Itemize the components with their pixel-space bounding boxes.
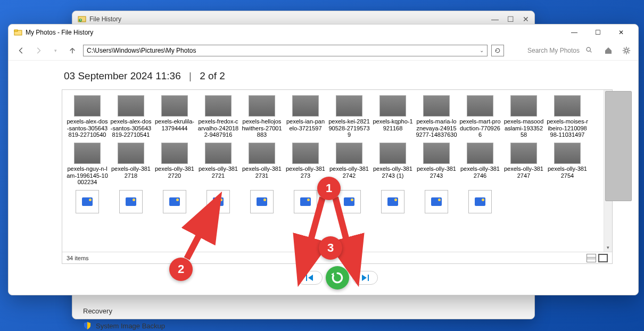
titlebar: My Photos - File History — ☐ ✕	[9, 24, 638, 40]
window-title: My Photos - File History	[26, 29, 93, 36]
annotation-marker-1: 1	[317, 177, 341, 200]
file-thumbnail	[336, 143, 362, 164]
settings-button[interactable]	[621, 45, 632, 56]
file-item[interactable]: pexels-ekrulila-13794444	[153, 94, 196, 139]
restore-icon	[331, 271, 344, 285]
file-item[interactable]	[240, 189, 284, 216]
file-item[interactable]: pexels-moises-ribeiro-121009898-11031497	[546, 94, 589, 139]
file-thumbnail	[249, 143, 275, 164]
file-item[interactable]	[153, 189, 196, 216]
previous-version-button[interactable]	[297, 271, 323, 285]
forward-button[interactable]	[32, 44, 45, 57]
file-label: pexels-olly-3812747	[503, 166, 544, 179]
parent-minimize-button[interactable]: —	[491, 15, 499, 23]
file-label: pexels-alex-dos-santos-305643819-2271054…	[110, 118, 152, 138]
view-thumbnails-button[interactable]	[598, 254, 608, 262]
maximize-button[interactable]: ☐	[586, 25, 609, 40]
system-image-label: System Image Backup	[96, 322, 165, 330]
file-thumbnail	[510, 143, 537, 164]
file-item[interactable]: pexels-alex-dos-santos-305643819-2271054…	[65, 94, 109, 139]
next-version-button[interactable]	[352, 271, 378, 285]
file-item[interactable]: pexels-hellojoshwithers-27001883	[240, 94, 284, 139]
file-item[interactable]	[65, 189, 109, 216]
file-item[interactable]: pexels-olly-3812746	[458, 142, 502, 187]
parent-maximize-button[interactable]: ☐	[507, 15, 514, 23]
file-item[interactable]	[109, 189, 153, 216]
restore-button[interactable]	[326, 266, 349, 289]
address-bar[interactable]: C:\Users\Windows\Pictures\My Photos ⌄	[83, 45, 488, 56]
file-item[interactable]: pexels-kei-282190528-27195739	[327, 94, 371, 139]
file-thumbnail	[554, 95, 581, 117]
file-item[interactable]: pexels-olly-3812743	[415, 142, 458, 187]
address-dropdown-icon[interactable]: ⌄	[480, 47, 484, 53]
file-item[interactable]: pexels-alex-dos-santos-305643819-2271054…	[109, 94, 153, 139]
image-file-icon	[250, 190, 274, 213]
file-scroll-area[interactable]: pexels-alex-dos-santos-305643819-2271054…	[62, 90, 612, 252]
file-item[interactable]: pexels-ian-panelo-3721597	[284, 94, 327, 139]
file-thumbnail	[292, 95, 319, 117]
skip-next-icon	[361, 274, 369, 282]
svg-rect-7	[368, 275, 369, 281]
file-item[interactable]: pexels-nguy-n-lam-1996145-10002234	[65, 142, 109, 187]
recent-dropdown[interactable]: ▾	[49, 44, 62, 57]
toolbar: ▾ C:\Users\Windows\Pictures\My Photos ⌄ …	[9, 40, 638, 61]
file-item[interactable]	[415, 189, 458, 216]
file-thumbnail	[74, 95, 101, 117]
file-item[interactable]: pexels-olly-3812721	[196, 142, 240, 187]
image-file-icon	[468, 190, 492, 213]
file-label: pexels-alex-dos-santos-305643819-2271054…	[67, 118, 108, 138]
image-file-icon	[119, 190, 143, 213]
file-item[interactable]: pexels-maria-loznevaya-249159277-1483763…	[415, 94, 458, 139]
gear-icon	[622, 46, 631, 55]
close-button[interactable]: ✕	[609, 25, 633, 40]
file-item[interactable]: pexels-olly-3812718	[109, 142, 153, 187]
file-thumbnail	[118, 143, 144, 164]
file-history-browser-window: My Photos - File History — ☐ ✕ ▾ C:\User…	[8, 24, 639, 295]
file-thumbnail	[467, 95, 493, 117]
file-item[interactable]	[196, 189, 240, 216]
image-file-icon	[381, 190, 404, 213]
file-item[interactable]: pexels-kqpho-1921168	[371, 94, 415, 139]
file-item[interactable]: pexels-fredox-carvalho-2420182-9487916	[196, 94, 240, 139]
home-button[interactable]	[603, 45, 614, 56]
item-count: 34 items	[67, 255, 89, 261]
file-label: pexels-ekrulila-13794444	[154, 118, 195, 131]
image-file-icon	[207, 190, 230, 213]
file-item[interactable]: pexels-olly-3812743 (1)	[371, 142, 415, 187]
back-button[interactable]	[15, 44, 28, 57]
view-details-button[interactable]	[587, 254, 596, 262]
file-item[interactable]: pexels-olly-3812754	[546, 142, 589, 187]
svg-point-5	[625, 49, 628, 52]
address-path: C:\Users\Windows\Pictures\My Photos	[87, 47, 196, 54]
file-thumbnail	[423, 95, 450, 117]
file-thumbnail	[161, 143, 188, 164]
file-item[interactable]	[458, 189, 502, 216]
file-item[interactable]: pexels-olly-3812747	[502, 142, 546, 187]
minimize-button[interactable]: —	[563, 25, 586, 40]
scroll-down-arrow[interactable]: ▾	[604, 243, 612, 252]
recovery-link[interactable]: Recovery	[83, 304, 524, 318]
search-box[interactable]: Search My Photos	[524, 45, 596, 56]
system-image-backup-link[interactable]: System Image Backup	[83, 318, 524, 331]
file-item[interactable]: pexels-olly-3812731	[240, 142, 284, 187]
scrollbar-thumb[interactable]	[605, 91, 632, 201]
file-item[interactable]	[371, 189, 415, 216]
arrow-left-icon	[18, 47, 25, 54]
file-item[interactable]: pexels-mart-production-7709266	[458, 94, 502, 139]
file-thumbnail	[510, 95, 537, 117]
vertical-scrollbar[interactable]: ▴ ▾	[604, 90, 612, 252]
file-label: pexels-olly-3812746	[459, 166, 501, 179]
file-thumbnail	[336, 95, 362, 117]
svg-rect-3	[14, 30, 18, 31]
refresh-button[interactable]	[491, 45, 504, 56]
parent-close-button[interactable]: ✕	[523, 15, 529, 23]
skip-previous-icon	[306, 274, 314, 282]
file-item[interactable]: pexels-olly-3812720	[153, 142, 196, 187]
file-label: pexels-kqpho-1921168	[372, 118, 414, 131]
svg-point-4	[587, 47, 590, 51]
file-item[interactable]: pexels-masoodaslami-19335258	[502, 94, 546, 139]
up-button[interactable]	[66, 44, 79, 57]
svg-rect-6	[306, 275, 307, 281]
image-file-icon	[163, 190, 186, 213]
file-label: pexels-masoodaslami-19335258	[503, 118, 544, 138]
